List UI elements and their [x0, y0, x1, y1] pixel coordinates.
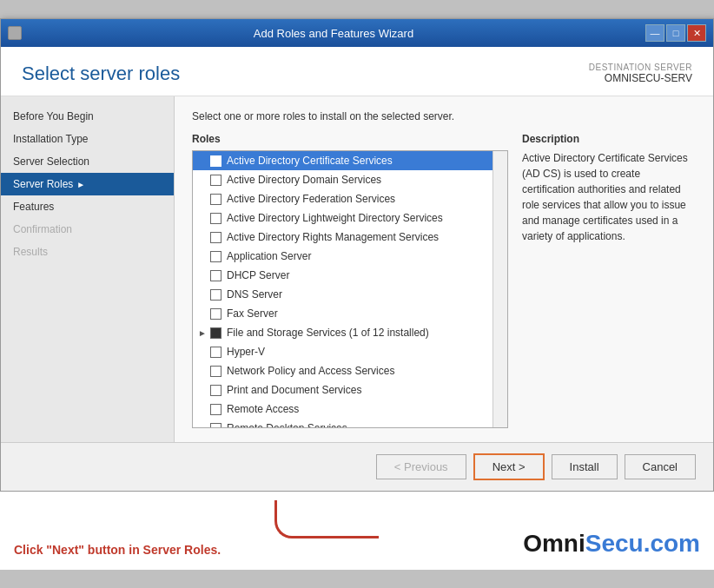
roles-list-container[interactable]: Active Directory Certificate ServicesAct… — [192, 150, 508, 428]
role-label: Fax Server — [227, 307, 278, 320]
role-checkbox[interactable] — [210, 155, 221, 167]
wizard-window: Add Roles and Features Wizard — □ ✕ Sele… — [0, 18, 714, 492]
role-checkbox[interactable] — [210, 347, 221, 358]
role-label: DNS Server — [227, 288, 282, 301]
destination-server-info: DESTINATION SERVER OMNISECU-SERV — [589, 63, 692, 84]
role-item[interactable]: Active Directory Certificate Services — [193, 151, 507, 170]
sidebar-item-server-selection[interactable]: Server Selection — [1, 150, 174, 173]
role-checkbox[interactable] — [210, 404, 221, 415]
role-label: Remote Access — [227, 403, 299, 415]
role-item[interactable]: Remote Desktop Services — [193, 419, 507, 427]
role-checkbox[interactable] — [210, 213, 221, 224]
description-header: Description — [522, 133, 696, 145]
cancel-button[interactable]: Cancel — [625, 454, 696, 479]
role-label: Active Directory Federation Services — [227, 193, 395, 205]
main-body: Before You Begin Installation Type Serve… — [1, 96, 713, 442]
window-icon — [8, 26, 22, 40]
roles-header: Roles — [192, 133, 508, 145]
role-checkbox[interactable] — [210, 194, 221, 205]
sidebar-item-installation-type[interactable]: Installation Type — [1, 128, 174, 150]
sidebar-item-before-you-begin[interactable]: Before You Begin — [1, 105, 174, 128]
sidebar-item-results[interactable]: Results — [1, 241, 174, 263]
role-label: File and Storage Services (1 of 12 insta… — [227, 327, 429, 339]
footer: < Previous Next > Install Cancel — [1, 442, 713, 491]
role-item[interactable]: Hyper-V — [193, 342, 507, 361]
role-label: Active Directory Lightweight Directory S… — [227, 212, 443, 224]
role-checkbox[interactable] — [210, 232, 221, 243]
role-checkbox[interactable] — [210, 289, 221, 301]
content-area: Select server roles DESTINATION SERVER O… — [1, 47, 713, 491]
role-item[interactable]: Active Directory Domain Services — [193, 170, 507, 189]
role-label: Network Policy and Access Services — [227, 365, 394, 377]
window-title: Add Roles and Features Wizard — [22, 27, 645, 40]
role-item[interactable]: Active Directory Lightweight Directory S… — [193, 208, 507, 228]
role-checkbox[interactable] — [210, 423, 221, 428]
role-label: Remote Desktop Services — [227, 422, 347, 427]
role-label: Hyper-V — [227, 346, 265, 358]
role-item[interactable]: Remote Access — [193, 400, 507, 419]
below-window: Click "Next" button in Server Roles. Omn… — [0, 492, 714, 570]
description-text: Active Directory Certificate Services (A… — [522, 150, 696, 244]
role-label: DHCP Server — [227, 269, 289, 281]
role-item[interactable]: Active Directory Rights Management Servi… — [193, 228, 507, 247]
brand-suffix: Secu.com — [585, 530, 700, 557]
role-label: Print and Document Services — [227, 384, 361, 396]
expand-arrow-icon: ► — [198, 328, 210, 338]
role-checkbox[interactable] — [210, 366, 221, 377]
role-checkbox[interactable] — [210, 270, 221, 281]
install-button[interactable]: Install — [552, 454, 618, 479]
role-item[interactable]: Network Policy and Access Services — [193, 361, 507, 380]
destination-label: DESTINATION SERVER — [589, 63, 692, 72]
role-checkbox[interactable] — [210, 385, 221, 396]
role-label: Active Directory Certificate Services — [227, 155, 393, 167]
roles-description-area: Roles Active Directory Certificate Servi… — [192, 133, 696, 428]
description-panel: Description Active Directory Certificate… — [522, 133, 696, 428]
role-checkbox[interactable] — [210, 175, 221, 186]
role-item[interactable]: Application Server — [193, 247, 507, 266]
brand-prefix: Omni — [523, 530, 585, 557]
title-bar-controls: — □ ✕ — [645, 24, 706, 42]
next-button[interactable]: Next > — [473, 453, 545, 480]
role-label: Application Server — [227, 250, 311, 262]
roles-panel: Roles Active Directory Certificate Servi… — [192, 133, 508, 428]
role-label: Active Directory Rights Management Servi… — [227, 231, 439, 243]
main-content: Select one or more roles to install on t… — [175, 96, 713, 442]
sidebar-item-confirmation[interactable]: Confirmation — [1, 218, 174, 241]
role-item[interactable]: Fax Server — [193, 304, 507, 323]
page-title: Select server roles — [22, 63, 180, 85]
role-checkbox[interactable]: ✓ — [210, 327, 221, 339]
previous-button[interactable]: < Previous — [376, 454, 466, 479]
arrow-graphic — [274, 500, 379, 538]
role-item[interactable]: DNS Server — [193, 285, 507, 304]
instruction-text: Select one or more roles to install on t… — [192, 110, 696, 122]
role-checkbox[interactable] — [210, 251, 221, 262]
role-item[interactable]: ►✓File and Storage Services (1 of 12 ins… — [193, 323, 507, 342]
sidebar-item-server-roles[interactable]: Server Roles — [1, 173, 174, 195]
click-instruction: Click "Next" button in Server Roles. — [14, 542, 221, 558]
destination-server-name: OMNISECU-SERV — [589, 72, 692, 84]
role-item[interactable]: Active Directory Federation Services — [193, 189, 507, 208]
brand-label: OmniSecu.com — [523, 530, 700, 558]
sidebar: Before You Begin Installation Type Serve… — [1, 96, 175, 442]
minimize-button[interactable]: — — [645, 24, 664, 42]
role-checkbox[interactable] — [210, 308, 221, 320]
role-item[interactable]: Print and Document Services — [193, 380, 507, 400]
header-section: Select server roles DESTINATION SERVER O… — [1, 47, 713, 96]
click-instruction-text: Click "Next" button in Server Roles. — [14, 543, 221, 557]
roles-list-scroll[interactable]: Active Directory Certificate ServicesAct… — [193, 151, 507, 427]
sidebar-item-features[interactable]: Features — [1, 195, 174, 218]
title-bar: Add Roles and Features Wizard — □ ✕ — [1, 19, 713, 47]
role-item[interactable]: DHCP Server — [193, 266, 507, 285]
close-button[interactable]: ✕ — [687, 24, 706, 42]
role-label: Active Directory Domain Services — [227, 174, 381, 186]
restore-button[interactable]: □ — [666, 24, 685, 42]
